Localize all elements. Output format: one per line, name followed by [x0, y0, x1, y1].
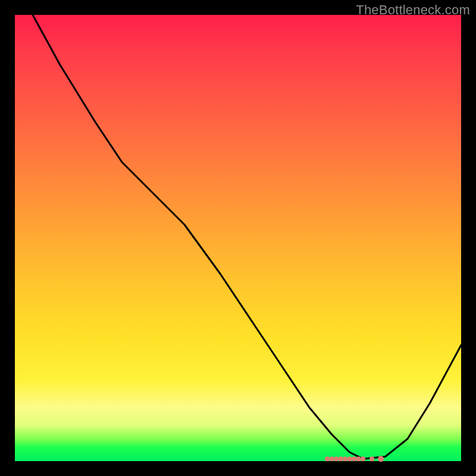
- minimum-dot: [369, 456, 374, 461]
- minimum-dot: [339, 456, 343, 461]
- plot-area: [15, 15, 461, 461]
- minimum-dot: [343, 456, 347, 461]
- watermark-text: TheBottleneck.com: [356, 2, 470, 18]
- minimum-dot: [325, 456, 330, 461]
- chart-frame: TheBottleneck.com: [0, 0, 476, 476]
- bottleneck-curve: [33, 15, 461, 459]
- minimum-dot: [356, 456, 361, 461]
- minimum-dot: [361, 456, 365, 461]
- curve-svg: [15, 15, 461, 461]
- minimum-dot: [330, 456, 334, 461]
- minimum-dot: [347, 456, 352, 461]
- minimum-dot: [378, 456, 384, 462]
- minimum-dot: [334, 456, 339, 461]
- minimum-dot: [352, 456, 356, 461]
